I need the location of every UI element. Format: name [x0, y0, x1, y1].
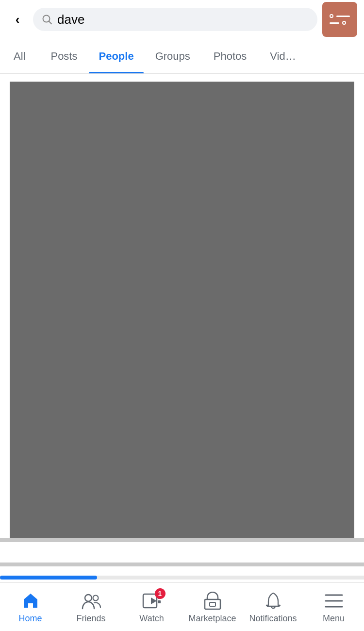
- svg-rect-8: [205, 599, 220, 609]
- scroll-thumb: [0, 576, 97, 580]
- svg-point-3: [93, 596, 98, 601]
- search-bar[interactable]: dave: [33, 8, 317, 31]
- friends-icon: [82, 592, 101, 610]
- svg-line-1: [49, 21, 52, 24]
- notifications-icon: [265, 592, 282, 610]
- top-bar: ‹ dave: [0, 0, 364, 39]
- marketplace-icon: [203, 592, 222, 610]
- tab-people[interactable]: People: [89, 39, 143, 73]
- tab-posts[interactable]: Posts: [39, 39, 89, 73]
- search-icon: [42, 14, 52, 25]
- svg-rect-7: [158, 600, 161, 603]
- menu-label: Menu: [323, 614, 345, 624]
- tab-groups[interactable]: Groups: [144, 39, 202, 73]
- menu-icon: [325, 593, 343, 609]
- nav-friends[interactable]: Friends: [67, 590, 116, 624]
- friends-icon-wrap: [81, 590, 102, 612]
- home-label: Home: [18, 614, 42, 624]
- home-icon-wrap: [20, 590, 41, 612]
- scroll-track: [0, 576, 364, 580]
- tabs-bar: All Posts People Groups Photos Vid…: [0, 39, 364, 74]
- marketplace-label: Marketplace: [188, 614, 236, 624]
- svg-point-2: [85, 595, 92, 601]
- main-content: [0, 74, 364, 582]
- filter-button[interactable]: [322, 2, 357, 37]
- tab-videos[interactable]: Vid…: [258, 39, 307, 73]
- content-placeholder: [10, 82, 354, 538]
- marketplace-icon-wrap: [202, 590, 223, 612]
- notifications-label: Notifications: [249, 614, 297, 624]
- nav-home[interactable]: Home: [6, 590, 55, 624]
- tab-all[interactable]: All: [0, 39, 39, 73]
- filter-icon: [330, 14, 350, 25]
- search-text[interactable]: dave: [57, 12, 309, 27]
- notifications-icon-wrap: [263, 590, 284, 612]
- back-button[interactable]: ‹: [7, 9, 28, 30]
- nav-marketplace[interactable]: Marketplace: [188, 590, 237, 624]
- nav-notifications[interactable]: Notifications: [249, 590, 298, 624]
- friends-label: Friends: [76, 614, 105, 624]
- watch-badge: 1: [155, 588, 165, 599]
- separator-top: [0, 538, 364, 542]
- svg-marker-5: [151, 597, 157, 604]
- home-icon: [21, 592, 40, 610]
- bottom-nav: Home Friends 1 Watch: [0, 582, 364, 631]
- back-icon: ‹: [16, 12, 20, 27]
- watch-icon-wrap: 1: [141, 590, 163, 612]
- nav-watch[interactable]: 1 Watch: [128, 590, 176, 624]
- tab-photos[interactable]: Photos: [202, 39, 259, 73]
- nav-menu[interactable]: Menu: [310, 590, 358, 624]
- svg-rect-9: [210, 602, 215, 606]
- watch-label: Watch: [139, 614, 164, 624]
- separator-bottom: [0, 563, 364, 566]
- menu-icon-wrap: [323, 590, 345, 612]
